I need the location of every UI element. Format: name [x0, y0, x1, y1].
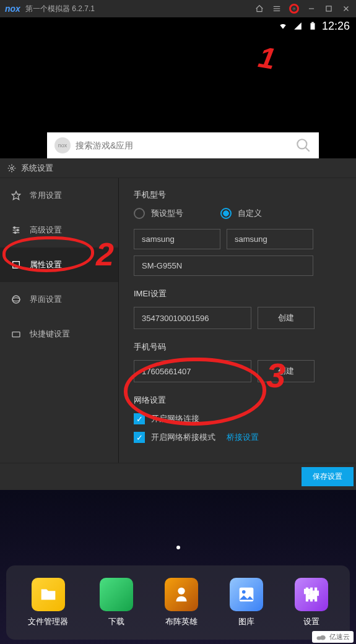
imei-input[interactable] [134, 307, 251, 329]
svg-rect-9 [311, 22, 314, 24]
search-icon[interactable] [295, 137, 311, 153]
app-gallery[interactable]: 图库 [230, 578, 263, 627]
brand-input-2[interactable] [227, 229, 313, 249]
app-settings[interactable]: 设置 [295, 578, 328, 627]
phone-number-label: 手机号码 [134, 341, 341, 353]
svg-point-23 [12, 296, 20, 303]
download-icon [100, 578, 133, 611]
annotation-1: 1 [256, 40, 279, 76]
settings-content: 手机型号 预设型号 自定义 IMEI设置 [119, 178, 356, 463]
phone-model-label: 手机型号 [134, 189, 341, 200]
minimize-icon[interactable] [306, 4, 316, 14]
folder-icon [32, 578, 65, 611]
menu-icon[interactable] [272, 4, 282, 14]
imei-label: IMEI设置 [134, 288, 341, 299]
android-home-bottom: 文件管理器 下载 布阵英雄 图库 设置 [0, 490, 356, 644]
svg-point-12 [11, 167, 13, 170]
svg-rect-5 [326, 6, 331, 11]
bridge-settings-link[interactable]: 桥接设置 [227, 432, 259, 443]
save-settings-button[interactable]: 保存设置 [302, 467, 354, 486]
radio-checked-icon [220, 208, 232, 219]
settings-dialog: 系统设置 常用设置 高级设置 属性设置 界面设置 快捷键设置 [0, 158, 356, 490]
app-label: 设置 [303, 616, 319, 627]
window-title: 第一个模拟器 6.2.7.1 [25, 4, 254, 14]
checkbox-label: 开启网络桥接模式 [151, 432, 215, 443]
svg-line-11 [305, 147, 310, 152]
radio-custom[interactable]: 自定义 [220, 208, 262, 219]
page-indicator [176, 546, 180, 549]
home-icon[interactable] [254, 4, 264, 14]
settings-sliders-icon [295, 578, 328, 611]
checkbox-checked-icon: ✓ [134, 413, 145, 424]
app-downloads[interactable]: 下载 [100, 578, 133, 627]
app-label: 文件管理器 [28, 616, 68, 627]
radio-preset-label: 预设型号 [151, 208, 183, 219]
android-home-top: 1 nox [0, 35, 356, 158]
annotation-3: 3 [266, 355, 285, 395]
sidebar-item-label: 界面设置 [30, 294, 62, 305]
network-label: 网络设置 [134, 395, 341, 406]
app-game-hero[interactable]: 布阵英雄 [165, 578, 198, 627]
search-input[interactable] [76, 140, 295, 150]
sidebar-item-interface[interactable]: 界面设置 [0, 282, 118, 317]
gallery-icon [230, 578, 263, 611]
app-label: 下载 [108, 616, 124, 627]
settings-title: 系统设置 [21, 163, 53, 174]
cloud-icon [316, 633, 327, 641]
search-bar[interactable]: nox [47, 132, 319, 158]
sidebar-item-label: 高级设置 [30, 225, 62, 236]
gear-icon[interactable] [289, 4, 299, 14]
svg-point-31 [242, 590, 246, 594]
checkbox-bridge-enable[interactable]: ✓ 开启网络桥接模式 桥接设置 [134, 432, 341, 443]
radio-custom-label: 自定义 [238, 208, 262, 219]
settings-sidebar: 常用设置 高级设置 属性设置 界面设置 快捷键设置 [0, 178, 119, 463]
app-file-manager[interactable]: 文件管理器 [28, 578, 68, 627]
svg-point-18 [17, 230, 19, 231]
radio-unchecked-icon [134, 208, 145, 219]
annotation-2: 2 [96, 236, 114, 273]
svg-rect-37 [314, 592, 318, 595]
gear-icon [7, 164, 16, 173]
sidebar-item-general[interactable]: 常用设置 [0, 178, 118, 213]
app-dock: 文件管理器 下载 布阵英雄 图库 设置 [6, 565, 350, 640]
brand-input-1[interactable] [134, 229, 220, 249]
nox-search-logo: nox [54, 137, 71, 153]
star-icon [11, 191, 21, 200]
clock-time: 12:26 [322, 20, 350, 33]
imei-create-button[interactable]: 创建 [258, 307, 315, 329]
sidebar-item-label: 快捷键设置 [30, 328, 70, 340]
close-icon[interactable] [341, 4, 351, 14]
model-input[interactable] [134, 255, 313, 276]
svg-point-39 [320, 635, 326, 640]
android-statusbar: 12:26 [0, 17, 356, 35]
settings-body: 常用设置 高级设置 属性设置 界面设置 快捷键设置 手机型号 [0, 178, 356, 463]
watermark-text: 亿速云 [329, 632, 350, 642]
checkbox-network-enable[interactable]: ✓ 开启网络连接 [134, 413, 341, 424]
svg-marker-13 [12, 191, 20, 199]
maximize-icon[interactable] [324, 4, 334, 14]
phone-number-input[interactable] [134, 360, 251, 382]
svg-rect-8 [310, 23, 315, 30]
svg-rect-25 [12, 332, 20, 337]
settings-dialog-header: 系统设置 [0, 158, 356, 178]
sidebar-item-shortcuts[interactable]: 快捷键设置 [0, 317, 118, 351]
display-icon [11, 294, 21, 304]
radio-preset[interactable]: 预设型号 [134, 208, 183, 219]
game-icon [165, 578, 198, 611]
watermark: 亿速云 [312, 631, 354, 643]
window-titlebar: nox 第一个模拟器 6.2.7.1 [0, 0, 356, 17]
keyboard-icon [11, 329, 21, 339]
svg-point-17 [14, 227, 15, 229]
svg-point-24 [12, 298, 20, 301]
svg-point-10 [297, 139, 306, 148]
svg-rect-36 [310, 595, 313, 598]
app-label: 图库 [238, 616, 254, 627]
app-logo: nox [5, 4, 20, 14]
sidebar-item-label: 属性设置 [30, 259, 62, 270]
svg-point-3 [293, 8, 295, 9]
battery-icon [307, 22, 318, 30]
svg-point-29 [178, 588, 185, 595]
info-icon [11, 260, 21, 270]
settings-footer: 保存设置 [0, 463, 356, 490]
app-label: 布阵英雄 [165, 616, 198, 627]
